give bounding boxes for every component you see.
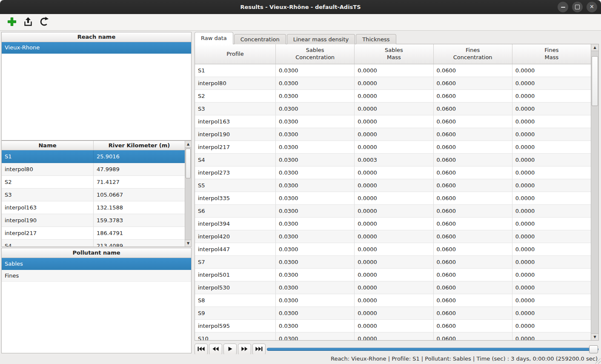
value-cell[interactable]: 0.0000 [512,294,591,307]
profile-name-cell[interactable]: S3 [2,189,94,201]
profile-cell[interactable]: S9 [195,307,276,320]
value-cell[interactable]: 0.0000 [512,103,591,115]
profile-name-cell[interactable]: interpol190 [2,214,94,227]
value-cell[interactable]: 0.0000 [512,230,591,243]
profile-row[interactable]: S4213.4089 [2,240,185,247]
scrollbar-thumb[interactable] [592,56,598,106]
pollutant-list-item[interactable]: Fines [2,270,191,282]
profile-name-cell[interactable]: interpol80 [2,163,94,176]
value-cell[interactable]: 0.0300 [276,218,355,230]
value-cell[interactable]: 0.0600 [434,77,512,90]
profile-cell[interactable]: interpol190 [195,128,276,141]
value-cell[interactable]: 0.0600 [434,243,512,256]
table-row[interactable]: interpol800.03000.00000.06000.0000 [195,77,591,90]
profile-cell[interactable]: S7 [195,256,276,269]
value-cell[interactable]: 0.0000 [355,192,433,205]
value-cell[interactable]: 0.0300 [276,294,355,307]
scroll-down-icon[interactable]: ▼ [591,333,598,340]
value-cell[interactable]: 0.0000 [512,154,591,166]
table-row[interactable]: interpol3350.03000.00000.06000.0000 [195,192,591,205]
value-cell[interactable]: 0.0300 [276,230,355,243]
profile-cell[interactable]: interpol394 [195,218,276,230]
table-row[interactable]: interpol1900.03000.00000.06000.0000 [195,128,591,141]
value-cell[interactable]: 0.0600 [434,281,512,294]
scrollbar-thumb[interactable] [186,149,191,178]
value-cell[interactable]: 0.0300 [276,90,355,103]
value-cell[interactable]: 0.0300 [276,141,355,154]
value-cell[interactable]: 0.0000 [355,320,433,332]
table-row[interactable]: interpol2730.03000.00000.06000.0000 [195,166,591,179]
value-cell[interactable]: 0.0600 [434,218,512,230]
profile-row[interactable]: S3105.0667 [2,189,185,201]
value-cell[interactable]: 0.0300 [276,192,355,205]
profile-cell[interactable]: interpol530 [195,281,276,294]
value-cell[interactable]: 0.0300 [276,154,355,166]
table-row[interactable]: S50.03000.00000.06000.0000 [195,179,591,192]
table-row[interactable]: S40.03000.00030.06000.0000 [195,154,591,166]
column-header-name[interactable]: Name [2,141,94,150]
profile-name-cell[interactable]: S4 [2,240,94,247]
value-cell[interactable]: 0.0600 [434,269,512,281]
tab-linear-mass-density[interactable]: Linear mass density [287,34,355,44]
table-row[interactable]: interpol5010.03000.00000.06000.0000 [195,269,591,281]
value-cell[interactable]: 0.0300 [276,77,355,90]
value-cell[interactable]: 0.0600 [434,115,512,128]
table-row[interactable]: interpol5950.03000.00000.06000.0000 [195,320,591,332]
profile-rk-cell[interactable]: 105.0667 [94,189,185,201]
profile-cell[interactable]: S2 [195,90,276,103]
value-cell[interactable]: 0.0000 [355,294,433,307]
value-cell[interactable]: 0.0000 [512,281,591,294]
tab-concentration[interactable]: Concentration [234,34,286,44]
profile-cell[interactable]: interpol420 [195,230,276,243]
value-cell[interactable]: 0.0000 [355,77,433,90]
profile-cell[interactable]: S5 [195,179,276,192]
value-cell[interactable]: 0.0000 [355,128,433,141]
table-row[interactable]: S80.03000.00000.06000.0000 [195,294,591,307]
value-cell[interactable]: 0.0600 [434,154,512,166]
value-cell[interactable]: 0.0300 [276,243,355,256]
value-cell[interactable]: 0.0003 [355,154,433,166]
refresh-button[interactable] [37,15,51,29]
profile-rk-cell[interactable]: 213.4089 [94,240,185,247]
column-header[interactable]: FinesMass [512,44,591,64]
value-cell[interactable]: 0.0600 [434,256,512,269]
skip-forward-button[interactable] [252,344,266,355]
value-cell[interactable]: 0.0000 [512,141,591,154]
pollutant-list-item[interactable]: Sables [2,258,191,270]
value-cell[interactable]: 0.0000 [512,115,591,128]
table-row[interactable]: interpol3940.03000.00000.06000.0000 [195,218,591,230]
value-cell[interactable]: 0.0000 [512,205,591,218]
profile-row[interactable]: interpol8047.9989 [2,163,185,176]
profile-cell[interactable]: interpol501 [195,269,276,281]
scroll-down-icon[interactable]: ▼ [185,240,191,246]
value-cell[interactable]: 0.0300 [276,128,355,141]
value-cell[interactable]: 0.0300 [276,269,355,281]
fast-backward-button[interactable] [209,344,222,355]
table-row[interactable]: interpol4470.03000.00000.06000.0000 [195,243,591,256]
value-cell[interactable]: 0.0000 [355,269,433,281]
tab-raw-data[interactable]: Raw data [195,32,233,44]
value-cell[interactable]: 0.0600 [434,90,512,103]
value-cell[interactable]: 0.0600 [434,103,512,115]
table-row[interactable]: S20.03000.00000.06000.0000 [195,90,591,103]
value-cell[interactable]: 0.0000 [355,103,433,115]
profile-row[interactable]: interpol163132.1588 [2,201,185,214]
value-cell[interactable]: 0.0300 [276,103,355,115]
profile-name-cell[interactable]: S1 [2,150,94,163]
value-cell[interactable]: 0.0000 [355,332,433,340]
value-cell[interactable]: 0.0000 [512,218,591,230]
time-slider-handle[interactable] [589,345,598,353]
value-cell[interactable]: 0.0000 [512,332,591,340]
table-row[interactable]: interpol1630.03000.00000.06000.0000 [195,115,591,128]
profile-cell[interactable]: S10 [195,332,276,340]
table-row[interactable]: interpol2170.03000.00000.06000.0000 [195,141,591,154]
value-cell[interactable]: 0.0000 [355,218,433,230]
profile-cell[interactable]: S3 [195,103,276,115]
value-cell[interactable]: 0.0000 [355,166,433,179]
profile-cell[interactable]: interpol273 [195,166,276,179]
scroll-up-icon[interactable]: ▲ [591,44,598,51]
table-row[interactable]: S10.03000.00000.06000.0000 [195,64,591,77]
data-table-scrollbar[interactable]: ▲ ▼ [591,44,598,340]
table-row[interactable]: interpol4200.03000.00000.06000.0000 [195,230,591,243]
value-cell[interactable]: 0.0000 [512,166,591,179]
